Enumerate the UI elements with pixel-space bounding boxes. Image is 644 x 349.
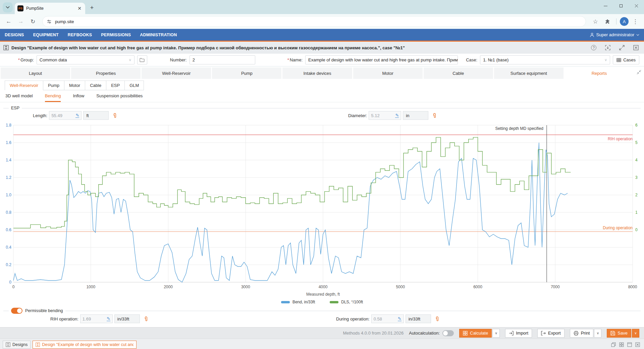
bookmark-star-icon[interactable]: ☆ (590, 16, 601, 27)
diameter-input[interactable]: 5.12✎ (369, 111, 401, 120)
svg-text:4000: 4000 (319, 285, 328, 289)
back-icon[interactable]: ← (3, 16, 14, 27)
collapse-panel-icon[interactable] (637, 70, 641, 74)
rih-operation-input[interactable]: 1.69✎ (80, 314, 113, 323)
link-paperclip-icon[interactable] (144, 316, 148, 321)
rih-operation-unit-select[interactable]: in/33ft (114, 314, 140, 323)
tab-well-reservoir[interactable]: Well-Reservoir (142, 67, 211, 79)
group-select[interactable]: Common data ∨ (37, 55, 135, 64)
number-input[interactable]: 2 (190, 55, 255, 64)
window-close-button[interactable] (629, 0, 644, 11)
new-tab-button[interactable]: + (87, 3, 97, 12)
legend-swatch (330, 301, 338, 303)
open-design-tab[interactable]: Design "Example of design with low water… (33, 341, 137, 349)
tab-properties[interactable]: Properties (71, 67, 141, 79)
during-operation-label: During operation: (336, 316, 370, 321)
tab-intake-devices[interactable]: Intake devices (282, 67, 352, 79)
permissible-bending-toggle[interactable] (11, 308, 22, 314)
during-operation-input[interactable]: 0.58✎ (371, 314, 404, 323)
tab-cable[interactable]: Cable (424, 67, 493, 79)
link-paperclip-icon[interactable] (435, 316, 439, 321)
browser-tab[interactable]: PS PumpSite ✕ (15, 3, 85, 14)
export-button[interactable]: Export (537, 329, 565, 338)
tab-close-icon[interactable]: ✕ (76, 5, 83, 11)
nav-item-equipment[interactable]: EQUIPMENT (33, 33, 59, 37)
close-panel-icon[interactable] (633, 45, 639, 50)
import-button[interactable]: Import (505, 329, 532, 338)
site-settings-icon[interactable] (47, 19, 52, 24)
report-tab-cable[interactable]: Cable (85, 81, 106, 90)
length-unit-select[interactable]: ft (83, 111, 109, 120)
legend-label: Bend, in/33ft (292, 300, 315, 304)
group-folder-button[interactable] (137, 55, 147, 64)
folder-icon (140, 58, 145, 62)
help-icon[interactable]: ? (591, 45, 596, 50)
extensions-icon[interactable] (602, 16, 613, 27)
edit-pencil-icon[interactable]: ✎ (395, 113, 399, 118)
link-paperclip-icon[interactable] (432, 113, 437, 118)
expand-icon[interactable] (619, 45, 625, 50)
svg-text:0: 0 (9, 280, 11, 285)
bending-chart: 00.20.40.60.81.01.21.41.61.8012345601000… (0, 121, 644, 299)
svg-text:1.8: 1.8 (6, 123, 11, 128)
link-paperclip-icon[interactable] (112, 113, 117, 118)
window-minimize-button[interactable] (598, 0, 613, 11)
autocalculation-toggle[interactable] (442, 330, 454, 336)
fit-view-icon[interactable] (605, 45, 610, 50)
subtab-inflow[interactable]: Inflow (73, 93, 84, 102)
report-tab-esp[interactable]: ESP (106, 81, 125, 90)
tab-layout[interactable]: Layout (1, 67, 70, 79)
subtab-suspension-possibilities[interactable]: Suspension possibilities (96, 93, 143, 102)
print-button[interactable]: Print (570, 329, 594, 338)
report-tab-pump[interactable]: Pump (43, 81, 64, 90)
subtab-bending[interactable]: Bending (45, 93, 61, 102)
svg-text:1000: 1000 (86, 285, 95, 289)
cascade-windows-icon[interactable] (611, 342, 616, 347)
report-tab-well-reservoir[interactable]: Well-Reservoir (5, 81, 43, 90)
close-window-icon[interactable] (635, 342, 640, 347)
browser-menu-icon[interactable]: ⋮ (630, 16, 641, 27)
save-dropdown-button[interactable]: ∨ (632, 329, 639, 338)
legend-item-bend-in-33ft[interactable]: Bend, in/33ft (281, 300, 315, 304)
forward-icon[interactable]: → (15, 16, 26, 27)
report-tab-motor[interactable]: Motor (64, 81, 85, 90)
tile-windows-icon[interactable] (619, 342, 624, 347)
calculate-dropdown-button[interactable]: ∨ (492, 329, 500, 338)
nav-item-permissions[interactable]: PERMISSIONS (101, 33, 131, 37)
case-select[interactable]: 1. №1 (base) ∨ (480, 55, 610, 64)
reload-icon[interactable]: ↻ (28, 16, 38, 27)
address-bar[interactable]: pump.site (42, 16, 586, 27)
cases-button[interactable]: Cases (613, 55, 639, 64)
report-tabs: Well-ReservoirPumpMotorCableESPGLM (0, 80, 644, 90)
tab-motor[interactable]: Motor (353, 67, 423, 79)
diameter-unit-select[interactable]: in (403, 111, 428, 120)
during-operation-unit-select[interactable]: in/33ft (406, 314, 431, 323)
calculate-button[interactable]: Calculate (459, 329, 492, 338)
print-dropdown-button[interactable]: ∨ (594, 329, 601, 338)
legend-item-dls-100ft[interactable]: DLS, °/100ft (330, 300, 363, 304)
name-input[interactable]: Example of design with low water cut and… (305, 55, 458, 64)
save-button[interactable]: Save (607, 329, 631, 338)
edit-pencil-icon[interactable]: ✎ (75, 113, 79, 118)
nav-item-designs[interactable]: DESIGNS (5, 33, 24, 37)
tab-reports[interactable]: Reports (565, 67, 634, 79)
chevron-down-icon: ∨ (604, 58, 607, 62)
report-tab-glm[interactable]: GLM (124, 81, 144, 90)
length-input[interactable]: 55.49✎ (49, 111, 82, 120)
app-navbar: DESIGNSEQUIPMENTREFBOOKSPERMISSIONSADMIN… (0, 29, 644, 42)
tab-pump[interactable]: Pump (212, 67, 281, 79)
subtab-3d-well-model[interactable]: 3D well model (5, 93, 33, 102)
window-maximize-button[interactable] (613, 0, 629, 11)
edit-pencil-icon[interactable]: ✎ (398, 317, 401, 321)
maximize-window-icon[interactable] (627, 342, 632, 347)
profile-avatar[interactable]: A (620, 17, 629, 26)
nav-item-administration[interactable]: ADMINISTRATION (140, 33, 177, 37)
calculate-icon (463, 331, 468, 336)
nav-item-refbooks[interactable]: REFBOOKS (68, 33, 92, 37)
edit-pencil-icon[interactable]: ✎ (107, 317, 110, 321)
designs-home-button[interactable]: Designs (3, 341, 31, 349)
tab-search-button[interactable] (3, 2, 13, 12)
user-menu[interactable]: Super administrator (590, 32, 639, 37)
tab-surface-equipment[interactable]: Surface equipment (494, 67, 564, 79)
svg-text:1.2: 1.2 (6, 175, 11, 180)
